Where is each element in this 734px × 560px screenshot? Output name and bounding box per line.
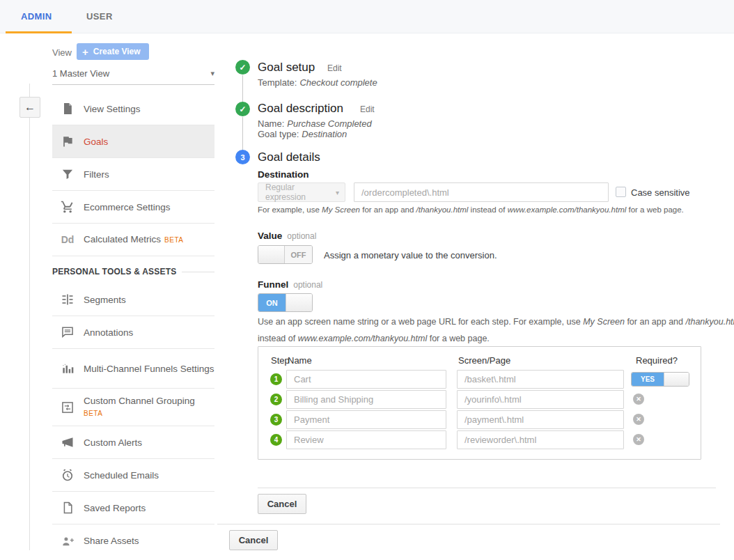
- funnel-step-name-input[interactable]: [286, 370, 446, 389]
- goal-setup-title: Goal setup: [258, 61, 315, 75]
- remove-step-icon[interactable]: ✕: [633, 414, 644, 425]
- timeline-connector: [242, 117, 243, 150]
- goal-name-line: Name:Purchase Completed: [258, 118, 372, 129]
- value-description: Assign a monetary value to the conversio…: [324, 250, 497, 260]
- sidebar-item-ecommerce-settings[interactable]: Ecommerce Settings: [52, 191, 214, 224]
- timeline-connector: [242, 75, 243, 102]
- funnel-step-page-input[interactable]: [457, 410, 624, 429]
- sidebar-item-label: Annotations: [84, 327, 133, 339]
- funnel-step-name-input[interactable]: [286, 430, 446, 449]
- close-icon: ✕: [636, 436, 641, 443]
- match-type-dropdown[interactable]: Regular expression ▾: [258, 182, 345, 202]
- sidebar-item-goals[interactable]: Goals: [52, 125, 214, 158]
- funnel-step-name-input[interactable]: [286, 390, 446, 409]
- funnel-icon: [60, 167, 75, 181]
- remove-step-icon[interactable]: ✕: [633, 394, 644, 405]
- column-header-required: Required?: [636, 355, 678, 366]
- segments-icon: [60, 293, 75, 306]
- sidebar-item-custom-channel-grouping[interactable]: Custom Channel GroupingBETA: [52, 389, 214, 426]
- chevron-down-icon: ▾: [336, 189, 339, 196]
- document-icon: [60, 102, 75, 116]
- footer-cancel-button[interactable]: Cancel: [229, 530, 278, 550]
- goal-details-title: Goal details: [258, 150, 320, 164]
- toggle-off-label: OFF: [285, 246, 312, 263]
- column-header-name: Name: [288, 355, 312, 366]
- back-button[interactable]: ←: [19, 97, 40, 118]
- tab-admin[interactable]: ADMIN: [21, 0, 52, 33]
- optional-label: optional: [287, 231, 316, 241]
- sidebar-section-header: PERSONAL TOOLS & ASSETS: [52, 256, 214, 283]
- sidebar-item-custom-alerts[interactable]: Custom Alerts: [52, 426, 214, 459]
- sidebar-item-label: View Settings: [84, 103, 141, 115]
- sidebar-item-segments[interactable]: Segments: [52, 283, 214, 316]
- match-type-value: Regular expression: [265, 182, 336, 202]
- create-view-label: Create View: [93, 47, 141, 56]
- cancel-button[interactable]: Cancel: [258, 494, 306, 514]
- sidebar-item-label: Custom Alerts: [84, 437, 142, 449]
- destination-label: Destination: [258, 169, 309, 180]
- close-icon: ✕: [636, 416, 641, 423]
- column-header-step: Step: [271, 355, 290, 366]
- value-toggle[interactable]: OFF: [258, 245, 313, 264]
- goal-setup-done-icon: ✓: [235, 60, 250, 75]
- funnel-step-number: 4: [270, 434, 282, 446]
- beta-badge: BETA: [84, 410, 102, 417]
- sidebar-item-calculated-metrics[interactable]: Dd Calculated MetricsBETA: [52, 224, 214, 256]
- share-person-icon: [60, 534, 75, 548]
- dd-icon: Dd: [60, 234, 75, 245]
- sidebar-item-view-settings[interactable]: View Settings: [52, 93, 214, 125]
- toggle-on-label: ON: [258, 294, 286, 311]
- funnel-step-page-input[interactable]: [457, 430, 624, 449]
- active-tab-underline: [6, 31, 72, 33]
- goal-description-edit-link[interactable]: Edit: [360, 104, 375, 114]
- sidebar-item-multi-channel-funnels[interactable]: Multi-Channel Funnels Settings: [52, 349, 214, 389]
- view-label: View: [52, 47, 72, 58]
- sidebar-menu: View Settings Goals Filters Ecommerce Se…: [52, 93, 214, 557]
- bar-chart-icon: [60, 361, 75, 375]
- chevron-down-icon: ▾: [210, 69, 214, 78]
- sidebar-item-scheduled-emails[interactable]: Scheduled Emails: [52, 459, 214, 492]
- toggle-knob: [664, 373, 689, 386]
- destination-url-input[interactable]: [354, 182, 609, 202]
- goal-setup-edit-link[interactable]: Edit: [327, 63, 342, 73]
- annotation-icon: [60, 325, 75, 339]
- funnel-help-line1: Use an app screen name string or a web p…: [258, 317, 734, 327]
- case-sensitive-checkbox[interactable]: [616, 187, 626, 197]
- sidebar-vertical-rule: [29, 84, 30, 550]
- funnel-help-line2: instead of www.example.com/thankyou.html…: [258, 334, 490, 343]
- value-label: Valueoptional: [258, 231, 316, 241]
- sidebar-item-saved-reports[interactable]: Saved Reports: [52, 492, 214, 524]
- sidebar-item-label: Ecommerce Settings: [84, 201, 171, 213]
- top-tab-bar: ADMIN USER: [0, 0, 734, 33]
- sidebar-item-label: Share Assets: [84, 535, 139, 547]
- alarm-clock-icon: [60, 468, 75, 482]
- funnel-steps-table: Step Name Screen/Page Required? 1 YES 2 …: [258, 346, 701, 460]
- back-arrow-icon: ←: [24, 101, 36, 114]
- sidebar-item-share-assets[interactable]: Share Assets: [52, 524, 214, 557]
- funnel-step-page-input[interactable]: [457, 370, 624, 389]
- sidebar-item-label: Saved Reports: [84, 502, 146, 514]
- footer-divider: [217, 524, 720, 524]
- beta-badge: BETA: [164, 236, 183, 244]
- required-toggle[interactable]: YES: [631, 372, 689, 387]
- funnel-step-page-input[interactable]: [457, 390, 624, 409]
- section-rule: [182, 272, 214, 272]
- funnel-step-number: 2: [270, 394, 282, 405]
- funnel-step-name-input[interactable]: [286, 410, 446, 429]
- sidebar-item-filters[interactable]: Filters: [52, 158, 214, 191]
- sidebar-item-label: Filters: [84, 169, 109, 180]
- create-view-button[interactable]: + Create View: [77, 43, 149, 60]
- funnel-toggle[interactable]: ON: [258, 293, 313, 312]
- sidebar-item-annotations[interactable]: Annotations: [52, 316, 214, 349]
- view-selector-dropdown[interactable]: 1 Master View ▾: [52, 68, 214, 85]
- check-icon: ✓: [239, 104, 246, 114]
- column-header-page: Screen/Page: [458, 355, 510, 366]
- section-divider: [258, 488, 716, 488]
- tab-user[interactable]: USER: [86, 0, 113, 33]
- admin-goal-details-page: ADMIN USER View + Create View 1 Master V…: [0, 0, 734, 560]
- remove-step-icon[interactable]: ✕: [633, 434, 644, 445]
- funnel-step-number: 1: [270, 373, 282, 385]
- goal-description-done-icon: ✓: [235, 102, 250, 116]
- view-selector-value: 1 Master View: [52, 68, 109, 79]
- funnel-step-number: 3: [270, 414, 282, 426]
